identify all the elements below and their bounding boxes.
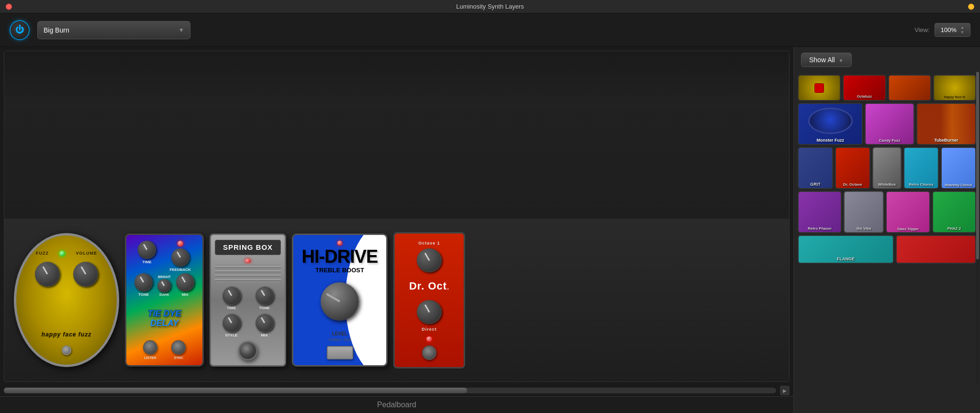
droctave2-label: Dr. Octave xyxy=(836,182,869,187)
springbox-tone-knob[interactable] xyxy=(256,287,274,305)
main-area: FUZZ VOLUME happy face fuzz xyxy=(0,47,980,413)
view-percentage: 100% xyxy=(941,26,957,33)
traffic-light-close[interactable] xyxy=(6,3,12,10)
dropdown-arrow-icon: ▼ xyxy=(178,27,184,33)
sidebar-item-tubeburner[interactable]: TubeBurner xyxy=(916,103,976,145)
hff-fuzz-knob[interactable] xyxy=(35,262,60,287)
pedalboard-stage: FUZZ VOLUME happy face fuzz xyxy=(4,51,790,382)
pedalboard-label-text: Pedalboard xyxy=(377,401,416,409)
sidebar-item-candyfuzz[interactable]: Candy Fuzz xyxy=(865,103,914,145)
preset-name: Big Burn xyxy=(44,26,69,34)
sidebar-item-monsterfuzz[interactable]: Monster Fuzz xyxy=(798,103,863,145)
sidebar-row-4: Retro Phaser the Vibe Glass Tripper PHAZ… xyxy=(798,191,976,233)
hidrive-mode-switch[interactable] xyxy=(327,346,353,359)
sidebar-item-grit[interactable]: GRIT xyxy=(798,147,833,189)
droct-led xyxy=(426,336,432,342)
window-title: Luminosity Synth Layers xyxy=(456,3,524,10)
view-control: View: 100% ▲ ▼ xyxy=(914,23,970,37)
pedalboard-scrollbar: ▶ xyxy=(4,386,790,395)
power-icon: ⏻ xyxy=(15,25,24,35)
sidebar-row-2: Monster Fuzz Candy Fuzz TubeBurner xyxy=(798,103,976,145)
sidebar-row-1: Octafuzz happy face fz xyxy=(798,75,976,101)
sidebar-row-3: GRIT Dr. Octave WhiteBox Retro Chorus He… xyxy=(798,147,976,189)
droct-octave-knob[interactable] xyxy=(417,248,442,272)
tiedye-time-knob[interactable] xyxy=(138,241,156,259)
hidrive-led xyxy=(337,241,342,246)
pedalboard-area: FUZZ VOLUME happy face fuzz xyxy=(0,47,793,413)
view-stepper[interactable]: ▲ ▼ xyxy=(960,25,964,34)
tiedye-sync-switch[interactable] xyxy=(171,340,186,355)
sidebar-item-glasstripper[interactable]: Glass Tripper xyxy=(886,191,930,233)
pedal-happy-face-fuzz[interactable]: FUZZ VOLUME happy face fuzz xyxy=(14,233,119,367)
show-all-button[interactable]: Show All ▼ xyxy=(801,53,852,67)
view-label: View: xyxy=(914,26,930,33)
pedalboard-label: Pedalboard xyxy=(0,396,793,413)
pedal-surface: FUZZ VOLUME happy face fuzz xyxy=(4,219,789,381)
retrochorus-label: Retro Chorus xyxy=(904,182,938,187)
title-bar: Luminosity Synth Layers xyxy=(0,0,980,13)
sidebar-item-phaz2[interactable]: PHAZ 2 xyxy=(932,191,976,233)
view-value-display[interactable]: 100% ▲ ▼ xyxy=(935,23,970,37)
show-all-arrow-icon: ▼ xyxy=(839,58,844,63)
tiedye-listen-switch[interactable] xyxy=(143,340,157,355)
show-all-label: Show All xyxy=(809,56,835,64)
sidebar-item-whitebox[interactable]: WhiteBox xyxy=(872,147,902,189)
glasstripper-label: Glass Tripper xyxy=(887,227,929,231)
traffic-light-minimize[interactable] xyxy=(968,3,974,10)
pedal-tiedye-delay[interactable]: TIME FEEDBACK TONE xyxy=(125,234,204,367)
sidebar-scroll-area[interactable]: Octafuzz happy face fz Monster Fuzz Cand… xyxy=(794,73,980,413)
pedal-hi-drive[interactable]: HI-DRIVE TREBLE BOOST LEVEL Treble / Ful… xyxy=(292,234,388,367)
hff-led xyxy=(59,251,65,257)
sidebar-item-heavenly[interactable]: Heavenly Chorus xyxy=(941,147,976,189)
monsterfuzz-label: Monster Fuzz xyxy=(799,138,862,143)
springbox-time-knob[interactable] xyxy=(223,287,241,305)
sidebar-item-blight[interactable] xyxy=(888,75,931,101)
flange-label: FLANGE xyxy=(799,257,893,261)
sidebar-item-red2[interactable] xyxy=(896,235,976,264)
right-sidebar: Show All ▼ Octafuzz happy face fz xyxy=(793,47,980,413)
sidebar-item-retrophaser[interactable]: Retro Phaser xyxy=(798,191,842,233)
retrophaser-label: Retro Phaser xyxy=(799,226,841,231)
grit-label: GRIT xyxy=(799,182,832,187)
pedal-spring-box[interactable]: SPRING BOX TIME TONE xyxy=(210,234,286,367)
sidebar-item-fuzz1[interactable] xyxy=(798,75,841,101)
droct-direct-knob[interactable] xyxy=(417,300,442,324)
sidebar-item-octafuzz[interactable]: Octafuzz xyxy=(843,75,886,101)
springbox-footswitch[interactable] xyxy=(238,341,257,360)
sidebar-scrollbar-track[interactable] xyxy=(976,72,979,384)
thevibe-label: the Vibe xyxy=(845,226,883,231)
top-bar: ⏻ Big Burn ▼ View: 100% ▲ ▼ xyxy=(0,13,980,47)
sidebar-header: Show All ▼ xyxy=(794,47,980,73)
heavenly-label: Heavenly Chorus xyxy=(942,183,975,187)
tiedye-tone-knob[interactable] xyxy=(134,273,153,291)
sidebar-item-retrochorus[interactable]: Retro Chorus xyxy=(903,147,939,189)
tiedye-feedback-knob[interactable] xyxy=(171,248,189,267)
hidrive-level-knob[interactable] xyxy=(321,282,359,321)
springbox-style-knob[interactable] xyxy=(223,314,241,332)
power-button[interactable]: ⏻ xyxy=(10,20,30,40)
scroll-right-button[interactable]: ▶ xyxy=(780,386,790,395)
springbox-mix-knob[interactable] xyxy=(256,314,274,332)
sidebar-item-droctave2[interactable]: Dr. Octave xyxy=(835,147,870,189)
droct-footswitch[interactable] xyxy=(422,346,436,359)
scroll-thumb[interactable] xyxy=(4,388,467,393)
scroll-track[interactable] xyxy=(4,388,776,393)
octafuzz-label: Octafuzz xyxy=(844,94,885,99)
tiedye-mix-knob[interactable] xyxy=(176,273,194,291)
whitebox-label: WhiteBox xyxy=(873,182,901,187)
candyfuzz-label: Candy Fuzz xyxy=(866,138,913,143)
tiedye-bright-knob[interactable] xyxy=(157,279,171,292)
tiedye-led xyxy=(178,241,183,246)
tubeburner-label: TubeBurner xyxy=(917,138,975,143)
pedal-dr-oct[interactable]: Octave 1 Dr. Oct. Direct xyxy=(393,232,465,368)
phaz2-label: PHAZ 2 xyxy=(933,226,975,231)
stepper-down-icon: ▼ xyxy=(960,30,964,34)
springbox-led xyxy=(245,259,251,263)
hff-volume-knob[interactable] xyxy=(73,262,98,287)
sidebar-item-happyface2[interactable]: happy face fz xyxy=(933,75,976,101)
sidebar-item-flange[interactable]: FLANGE xyxy=(798,235,894,264)
stepper-up-icon: ▲ xyxy=(960,25,964,30)
preset-dropdown[interactable]: Big Burn ▼ xyxy=(37,21,190,39)
sidebar-item-thevibe[interactable]: the Vibe xyxy=(844,191,884,233)
sidebar-scrollbar-thumb[interactable] xyxy=(976,72,979,259)
